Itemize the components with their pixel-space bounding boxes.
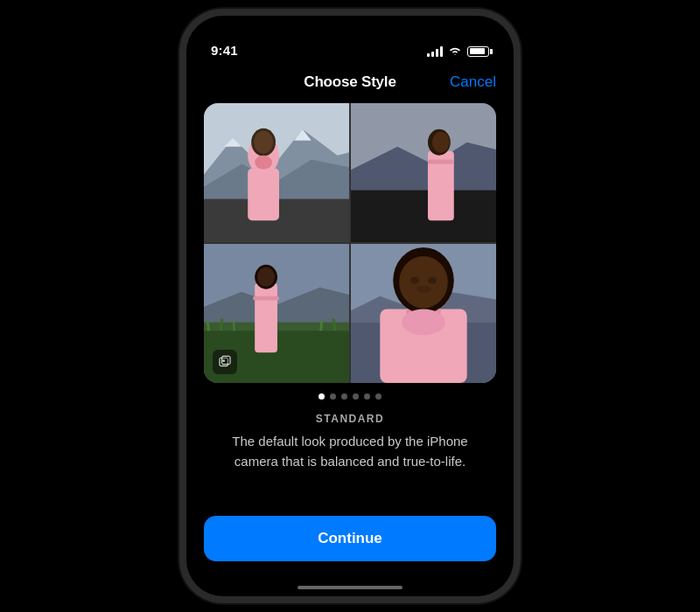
- dot-1[interactable]: [330, 393, 336, 400]
- phone-frame: 9:41 Choose Style: [179, 9, 521, 603]
- dot-4[interactable]: [364, 393, 370, 400]
- dot-5[interactable]: [375, 393, 382, 400]
- dynamic-island: [298, 26, 402, 56]
- svg-rect-17: [428, 160, 454, 164]
- photo-image-bottom-right: [351, 244, 496, 383]
- dot-2[interactable]: [341, 393, 347, 400]
- svg-point-43: [416, 286, 430, 293]
- svg-point-33: [222, 359, 225, 362]
- continue-button[interactable]: Continue: [204, 516, 496, 561]
- svg-rect-7: [248, 169, 279, 221]
- status-icons: [427, 45, 489, 58]
- svg-point-42: [428, 277, 437, 284]
- continue-button-label: Continue: [318, 530, 382, 547]
- svg-point-40: [399, 256, 448, 309]
- battery-icon: [467, 46, 489, 57]
- signal-bars-icon: [427, 46, 443, 57]
- gallery-icon[interactable]: [213, 350, 237, 374]
- gallery-icon-svg: [218, 355, 232, 369]
- photo-image-top-left: [204, 103, 349, 242]
- photo-grid: [204, 103, 496, 383]
- nav-bar: Choose Style Cancel: [186, 63, 514, 101]
- svg-rect-27: [255, 283, 277, 353]
- svg-point-29: [257, 268, 275, 287]
- nav-title: Choose Style: [304, 73, 396, 91]
- dot-3[interactable]: [353, 393, 359, 400]
- photo-cell-top-left[interactable]: [204, 103, 349, 242]
- svg-point-10: [255, 156, 272, 170]
- svg-rect-13: [351, 190, 496, 242]
- dot-0[interactable]: [318, 393, 325, 400]
- photo-cell-bottom-right[interactable]: [351, 244, 496, 383]
- style-description: The default look produced by the iPhone …: [221, 432, 479, 471]
- svg-rect-30: [253, 296, 279, 301]
- svg-point-16: [432, 132, 450, 153]
- wifi-icon: [448, 45, 462, 58]
- pagination-dots: [186, 393, 514, 400]
- photo-cell-bottom-left[interactable]: [204, 244, 349, 383]
- style-label: STANDARD: [186, 413, 514, 425]
- status-time: 9:41: [211, 43, 238, 58]
- photo-image-top-right: [351, 103, 496, 242]
- svg-point-41: [410, 277, 419, 284]
- screen-content: 9:41 Choose Style: [186, 16, 514, 596]
- photo-grid-container: [204, 103, 496, 383]
- cancel-button[interactable]: Cancel: [450, 73, 496, 91]
- home-indicator: [298, 586, 402, 589]
- photo-cell-top-right[interactable]: [351, 103, 496, 242]
- svg-point-9: [254, 131, 273, 154]
- svg-point-44: [402, 309, 445, 336]
